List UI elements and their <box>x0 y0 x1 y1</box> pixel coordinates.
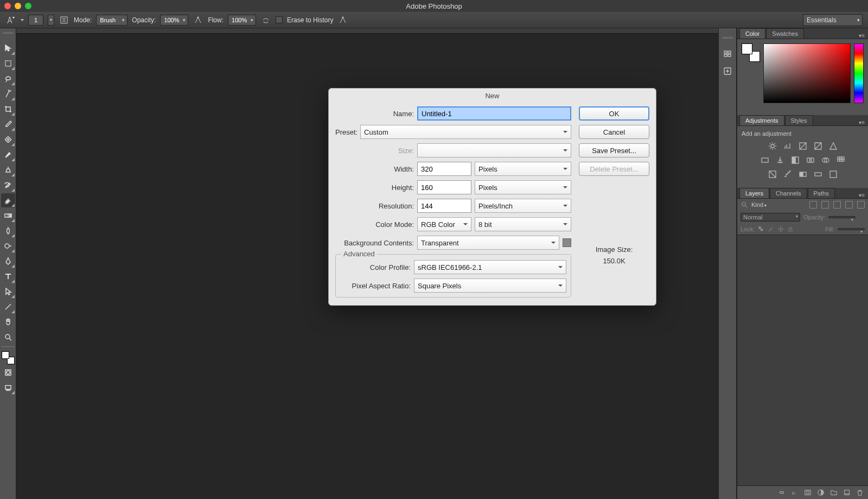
name-input[interactable] <box>417 106 571 121</box>
blend-mode-select[interactable]: Normal <box>741 213 800 222</box>
crop-tool[interactable] <box>1 102 15 116</box>
preset-select[interactable]: Custom <box>360 125 571 139</box>
lock-pixels-icon[interactable] <box>768 226 774 232</box>
styles-tab[interactable]: Styles <box>785 115 813 125</box>
layers-tab[interactable]: Layers <box>739 188 769 198</box>
layer-filter-search-icon[interactable] <box>741 201 748 209</box>
photo-filter-icon[interactable] <box>806 155 815 165</box>
minimize-window-button[interactable] <box>15 3 21 9</box>
color-panel-fg-swatch[interactable] <box>742 43 752 54</box>
gradient-map-icon[interactable] <box>813 169 823 179</box>
lock-transparency-icon[interactable] <box>758 226 764 232</box>
properties-panel-icon[interactable] <box>720 64 735 78</box>
layer-filter-kind-select[interactable]: Kind <box>750 201 772 208</box>
type-tool[interactable] <box>1 269 15 283</box>
new-group-icon[interactable] <box>830 489 838 496</box>
width-unit-select[interactable]: Pixels <box>475 162 571 176</box>
clone-stamp-tool[interactable] <box>1 163 15 177</box>
cancel-button[interactable]: Cancel <box>579 125 649 139</box>
tools-grip[interactable] <box>3 30 14 35</box>
color-profile-select[interactable]: sRGB IEC61966-2.1 <box>414 260 566 274</box>
magic-wand-tool[interactable] <box>1 87 15 101</box>
layers-list[interactable] <box>737 235 868 486</box>
color-field[interactable] <box>763 43 851 103</box>
quick-mask-tool[interactable] <box>1 365 15 380</box>
layer-fill-select[interactable] <box>838 228 865 230</box>
new-adjustment-layer-icon[interactable] <box>817 489 825 496</box>
resolution-input[interactable] <box>417 199 471 213</box>
opacity-pressure-icon[interactable] <box>193 15 203 26</box>
dodge-tool[interactable] <box>1 239 15 253</box>
erase-history-checkbox[interactable] <box>276 16 283 23</box>
posterize-icon[interactable] <box>783 169 793 179</box>
healing-brush-tool[interactable] <box>1 132 15 147</box>
curves-icon[interactable] <box>798 141 808 151</box>
marquee-tool[interactable] <box>1 56 15 71</box>
color-panel-menu-icon[interactable]: ▾≡ <box>856 33 868 39</box>
save-preset-button[interactable]: Save Preset... <box>579 143 649 157</box>
line-tool[interactable] <box>1 300 15 314</box>
gradient-tool[interactable] <box>1 209 15 223</box>
eraser-tool[interactable] <box>1 193 15 207</box>
threshold-icon[interactable] <box>798 169 808 179</box>
close-window-button[interactable] <box>4 3 11 9</box>
brush-size-input[interactable] <box>28 15 43 26</box>
levels-icon[interactable] <box>783 141 793 151</box>
swatches-tab[interactable]: Swatches <box>766 28 804 39</box>
tool-preset-icon[interactable] <box>5 15 16 26</box>
brightness-contrast-icon[interactable] <box>768 141 777 151</box>
bg-contents-select[interactable]: Transparent <box>417 236 559 250</box>
airbrush-icon[interactable] <box>260 15 271 26</box>
lock-position-icon[interactable] <box>777 226 784 232</box>
adjustments-tab[interactable]: Adjustments <box>739 115 784 125</box>
history-brush-tool[interactable] <box>1 178 15 192</box>
channel-mixer-icon[interactable] <box>821 155 831 165</box>
screen-mode-tool[interactable] <box>1 381 15 395</box>
black-white-icon[interactable] <box>790 155 800 165</box>
resolution-unit-select[interactable]: Pixels/Inch <box>475 199 571 213</box>
flow-pressure-icon[interactable] <box>337 15 348 26</box>
advanced-legend[interactable]: Advanced <box>341 250 377 258</box>
hand-tool[interactable] <box>1 315 15 329</box>
brush-size-stepper[interactable]: ▾ <box>48 15 54 26</box>
brush-tool[interactable] <box>1 148 15 162</box>
layer-opacity-select[interactable] <box>828 216 856 218</box>
pixel-layer-filter-icon[interactable] <box>809 201 817 209</box>
brush-panel-toggle-icon[interactable] <box>59 15 69 26</box>
new-layer-icon[interactable] <box>843 489 851 496</box>
flow-select[interactable]: 100% <box>228 15 256 26</box>
lasso-tool[interactable] <box>1 72 15 86</box>
tool-preset-dropdown-icon[interactable] <box>21 19 24 21</box>
bg-color-swatch[interactable] <box>563 238 571 247</box>
eyedropper-tool[interactable] <box>1 117 15 131</box>
color-panel-fgbg[interactable] <box>742 43 760 62</box>
mode-select[interactable]: Brush <box>96 15 127 26</box>
adjustments-panel-menu-icon[interactable]: ▾≡ <box>856 119 868 125</box>
selective-color-icon[interactable] <box>828 169 838 179</box>
height-unit-select[interactable]: Pixels <box>475 180 571 194</box>
move-tool[interactable] <box>1 41 15 55</box>
type-layer-filter-icon[interactable] <box>833 201 841 209</box>
workspace-selector[interactable]: Essentials <box>803 14 863 26</box>
channels-tab[interactable]: Channels <box>770 188 807 198</box>
width-input[interactable] <box>417 162 471 176</box>
ok-button[interactable]: OK <box>579 106 649 121</box>
adjustment-layer-filter-icon[interactable] <box>821 201 829 209</box>
exposure-icon[interactable] <box>813 141 823 151</box>
smart-object-filter-icon[interactable] <box>857 201 865 209</box>
lock-all-icon[interactable] <box>787 226 794 232</box>
bit-depth-select[interactable]: 8 bit <box>475 217 571 231</box>
link-layers-icon[interactable] <box>778 489 786 496</box>
color-lookup-icon[interactable] <box>836 155 846 165</box>
opacity-select[interactable]: 100% <box>160 15 188 26</box>
invert-icon[interactable] <box>768 169 777 179</box>
path-selection-tool[interactable] <box>1 285 15 299</box>
layers-panel-menu-icon[interactable]: ▾≡ <box>856 192 868 198</box>
foreground-background-colors[interactable] <box>2 351 15 364</box>
zoom-window-button[interactable] <box>25 3 31 9</box>
height-input[interactable] <box>417 180 471 194</box>
pen-tool[interactable] <box>1 254 15 268</box>
shape-layer-filter-icon[interactable] <box>845 201 853 209</box>
layer-mask-icon[interactable] <box>804 489 812 496</box>
color-balance-icon[interactable] <box>775 155 785 165</box>
